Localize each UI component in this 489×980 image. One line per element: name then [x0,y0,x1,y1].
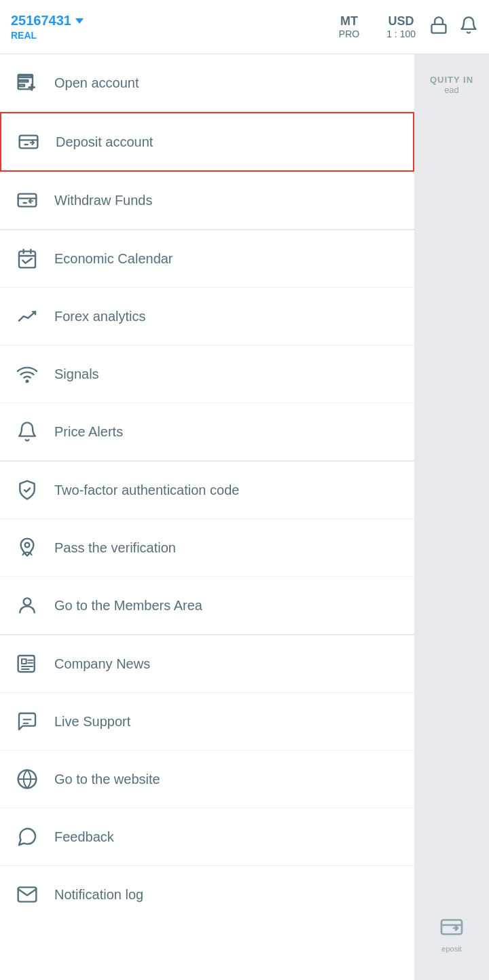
company-news-icon [14,650,41,677]
notification-log-label: Notification log [54,887,143,903]
equity-label-partial: QUITY IN [430,75,473,85]
open-account-label: Open account [54,75,139,91]
sidebar-item-company-news[interactable]: Company News [0,635,414,693]
sidebar-menu: Open account Deposit account Withdraw Fu… [0,54,414,980]
svg-rect-4 [20,136,38,149]
sidebar-item-go-to-website[interactable]: Go to the website [0,751,414,808]
economic-calendar-label: Economic Calendar [54,251,173,267]
svg-rect-10 [19,251,35,267]
signals-label: Signals [54,366,99,382]
currency-label: USD [388,14,414,29]
svg-point-15 [25,543,30,548]
sidebar-item-economic-calendar[interactable]: Economic Calendar [0,230,414,288]
account-number[interactable]: 25167431 [11,13,325,29]
two-factor-icon [14,476,41,504]
price-alerts-icon [14,418,41,445]
equity-sublabel: ead [444,85,459,95]
platform-type: PRO [339,29,359,39]
header-icons [429,16,478,39]
forex-analytics-icon [14,303,41,330]
signals-icon [14,360,41,388]
economic-calendar-icon [14,245,41,272]
live-support-icon [14,708,41,735]
leverage-label: 1 : 100 [386,29,416,39]
svg-point-16 [24,598,31,605]
verification-label: Pass the verification [54,540,176,556]
platform-info: MT PRO [325,14,373,39]
sidebar-item-deposit-account[interactable]: Deposit account [0,112,414,172]
currency-info: USD 1 : 100 [373,14,429,39]
notification-bell-icon[interactable] [459,16,478,39]
go-to-website-label: Go to the website [54,772,160,787]
deposit-account-icon [15,128,42,155]
header: 25167431 REAL MT PRO USD 1 : 100 [0,0,489,54]
sidebar-item-feedback[interactable]: Feedback [0,808,414,866]
lock-icon[interactable] [429,16,448,39]
open-account-icon [14,69,41,96]
members-area-label: Go to the Members Area [54,598,202,614]
svg-rect-24 [441,920,462,935]
two-factor-label: Two-factor authentication code [54,483,239,498]
feedback-label: Feedback [54,829,114,845]
account-type: REAL [11,30,325,41]
price-alerts-label: Price Alerts [54,424,123,440]
notification-log-icon [14,881,41,908]
account-info[interactable]: 25167431 REAL [11,13,325,41]
sidebar-item-signals[interactable]: Signals [0,345,414,403]
forex-analytics-label: Forex analytics [54,309,146,324]
deposit-account-label: Deposit account [56,134,153,150]
company-news-label: Company News [54,656,150,672]
svg-rect-0 [432,24,446,33]
sidebar-item-price-alerts[interactable]: Price Alerts [0,403,414,461]
deposit-label-right: eposit [441,945,461,953]
members-area-icon [14,592,41,619]
right-panel: QUITY IN ead eposit [414,54,489,980]
verification-icon [14,534,41,561]
live-support-label: Live Support [54,714,130,730]
sidebar-item-notification-log[interactable]: Notification log [0,866,414,923]
deposit-icon-right [439,915,464,942]
sidebar-item-withdraw-funds[interactable]: Withdraw Funds [0,172,414,229]
svg-point-14 [26,380,29,382]
withdraw-funds-icon [14,187,41,214]
svg-rect-17 [22,659,26,664]
feedback-icon [14,823,41,850]
account-number-text: 25167431 [11,13,71,29]
sidebar-item-forex-analytics[interactable]: Forex analytics [0,288,414,345]
go-to-website-icon [14,766,41,793]
sidebar-item-two-factor[interactable]: Two-factor authentication code [0,461,414,519]
sidebar-item-verification[interactable]: Pass the verification [0,519,414,577]
sidebar-item-open-account[interactable]: Open account [0,54,414,112]
sidebar-item-live-support[interactable]: Live Support [0,693,414,751]
account-dropdown-arrow[interactable] [75,18,84,24]
platform-label: MT [340,14,358,29]
withdraw-funds-label: Withdraw Funds [54,193,153,208]
svg-rect-7 [18,194,37,207]
sidebar-item-members-area[interactable]: Go to the Members Area [0,577,414,635]
